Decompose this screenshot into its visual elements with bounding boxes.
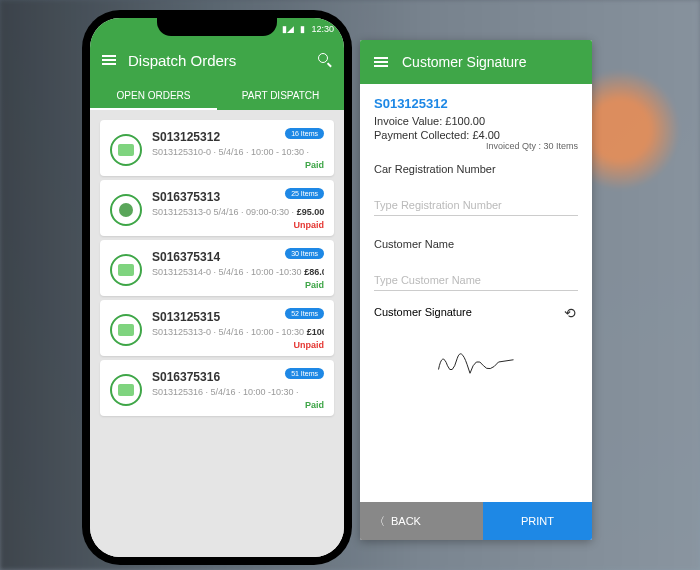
signature-canvas[interactable] <box>374 337 578 387</box>
order-detail: S013125313-0 · 5/4/16 · 10:00 - 10:30 £1… <box>152 327 324 337</box>
customer-name-label: Customer Name <box>374 238 578 250</box>
order-icon <box>110 194 142 226</box>
back-button[interactable]: 〈 BACK <box>360 502 483 540</box>
status-time: 12:30 <box>311 24 334 34</box>
menu-icon[interactable] <box>102 55 116 65</box>
order-detail: S013125316 · 5/4/16 · 10:00 -10:30 · <box>152 387 324 397</box>
invoice-value: Invoice Value: £100.00 <box>374 115 578 127</box>
phone-dispatch-orders: ▮◢ ▮ 12:30 Dispatch Orders OPEN ORDERS P… <box>82 10 352 565</box>
page-title: Customer Signature <box>402 54 527 70</box>
items-badge: 30 Items <box>285 248 324 259</box>
page-title: Dispatch Orders <box>128 52 306 69</box>
app-bar-signature: Customer Signature <box>360 40 592 84</box>
items-badge: 51 Items <box>285 368 324 379</box>
payment-status: Paid <box>305 280 324 290</box>
signature-label: Customer Signature <box>374 306 472 318</box>
print-button[interactable]: PRINT <box>483 502 592 540</box>
refresh-icon[interactable] <box>564 305 578 319</box>
order-detail: S013125313-0 5/4/16 · 09:00-0:30 · £95.0… <box>152 207 324 217</box>
order-row[interactable]: S016375316 S013125316 · 5/4/16 · 10:00 -… <box>100 360 334 416</box>
signal-icon: ▮◢ <box>282 24 294 34</box>
menu-icon[interactable] <box>374 57 388 67</box>
order-detail: S013125314-0 · 5/4/16 · 10:00 -10:30 £86… <box>152 267 324 277</box>
items-badge: 52 Items <box>285 308 324 319</box>
order-detail: S013125310-0 · 5/4/16 · 10:00 - 10:30 · <box>152 147 324 157</box>
order-row[interactable]: S013125315 S013125313-0 · 5/4/16 · 10:00… <box>100 300 334 356</box>
print-label: PRINT <box>521 515 554 527</box>
order-icon <box>110 374 142 406</box>
invoiced-qty: Invoiced Qty : 30 Items <box>486 141 578 151</box>
phone-customer-signature: Customer Signature S013125312 Invoice Va… <box>360 40 592 540</box>
search-icon[interactable] <box>318 53 332 67</box>
order-row[interactable]: S016375314 S013125314-0 · 5/4/16 · 10:00… <box>100 240 334 296</box>
orders-list[interactable]: S013125312 S013125310-0 · 5/4/16 · 10:00… <box>90 110 344 557</box>
chevron-left-icon: 〈 <box>374 514 385 529</box>
payment-status: Unpaid <box>294 220 325 230</box>
payment-status: Paid <box>305 400 324 410</box>
tab-label: PART DISPATCH <box>242 90 319 101</box>
payment-status: Unpaid <box>294 340 325 350</box>
tabs: OPEN ORDERS PART DISPATCH <box>90 80 344 110</box>
tab-label: OPEN ORDERS <box>117 90 191 101</box>
order-row[interactable]: S013125312 S013125310-0 · 5/4/16 · 10:00… <box>100 120 334 176</box>
order-row[interactable]: S016375313 S013125313-0 5/4/16 · 09:00-0… <box>100 180 334 236</box>
tab-open-orders[interactable]: OPEN ORDERS <box>90 80 217 110</box>
payment-collected: Payment Collected: £4.00 Invoiced Qty : … <box>374 129 578 141</box>
battery-icon: ▮ <box>300 24 305 34</box>
tab-part-dispatch[interactable]: PART DISPATCH <box>217 80 344 110</box>
app-bar-dispatch: Dispatch Orders <box>90 40 344 80</box>
order-number-link[interactable]: S013125312 <box>374 96 578 111</box>
customer-name-input[interactable]: Type Customer Name <box>374 270 578 291</box>
back-label: BACK <box>391 515 421 527</box>
bottom-bar: 〈 BACK PRINT <box>360 502 592 540</box>
order-icon <box>110 254 142 286</box>
items-badge: 25 Items <box>285 188 324 199</box>
order-icon <box>110 134 142 166</box>
payment-status: Paid <box>305 160 324 170</box>
signature-drawing <box>431 342 521 382</box>
phone-notch <box>157 18 277 36</box>
car-reg-input[interactable]: Type Registration Number <box>374 195 578 216</box>
order-icon <box>110 314 142 346</box>
car-reg-label: Car Registration Number <box>374 163 578 175</box>
items-badge: 16 Items <box>285 128 324 139</box>
